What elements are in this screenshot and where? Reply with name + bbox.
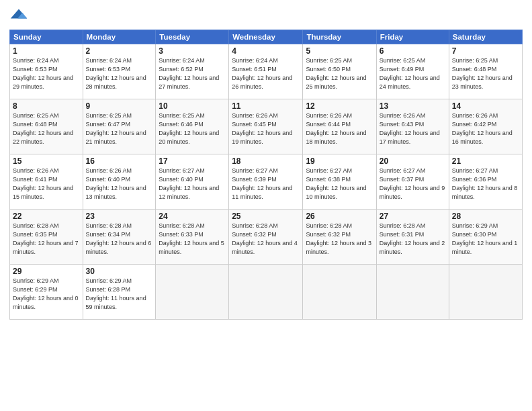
day-number: 24	[159, 212, 226, 221]
day-number: 20	[380, 156, 446, 166]
day-info: Sunrise: 6:24 AM Sunset: 6:53 PM Dayligh…	[13, 56, 80, 91]
day-cell: 7Sunrise: 6:25 AM Sunset: 6:48 PM Daylig…	[449, 44, 522, 99]
day-info: Sunrise: 6:27 AM Sunset: 6:38 PM Dayligh…	[306, 167, 373, 201]
day-cell: 22Sunrise: 6:28 AM Sunset: 6:35 PM Dayli…	[10, 210, 83, 265]
day-cell: 25Sunrise: 6:28 AM Sunset: 6:32 PM Dayli…	[229, 210, 303, 265]
day-cell: 21Sunrise: 6:27 AM Sunset: 6:36 PM Dayli…	[449, 154, 522, 210]
day-cell: 10Sunrise: 6:25 AM Sunset: 6:46 PM Dayli…	[156, 99, 229, 154]
day-info: Sunrise: 6:28 AM Sunset: 6:35 PM Dayligh…	[13, 222, 80, 257]
day-number: 14	[452, 101, 519, 111]
calendar-table: SundayMondayTuesdayWednesdayThursdayFrid…	[9, 30, 523, 320]
day-cell	[303, 265, 376, 320]
day-info: Sunrise: 6:26 AM Sunset: 6:43 PM Dayligh…	[380, 111, 446, 146]
day-number: 21	[452, 156, 519, 166]
week-row-1: 1Sunrise: 6:24 AM Sunset: 6:53 PM Daylig…	[10, 44, 523, 99]
page: SundayMondayTuesdayWednesdayThursdayFrid…	[0, 0, 532, 411]
day-info: Sunrise: 6:28 AM Sunset: 6:34 PM Dayligh…	[86, 222, 153, 257]
day-info: Sunrise: 6:25 AM Sunset: 6:48 PM Dayligh…	[452, 56, 519, 91]
day-info: Sunrise: 6:29 AM Sunset: 6:29 PM Dayligh…	[13, 277, 80, 312]
day-info: Sunrise: 6:28 AM Sunset: 6:32 PM Dayligh…	[232, 222, 300, 257]
day-info: Sunrise: 6:28 AM Sunset: 6:32 PM Dayligh…	[306, 222, 373, 257]
day-cell: 19Sunrise: 6:27 AM Sunset: 6:38 PM Dayli…	[303, 154, 376, 210]
day-number: 25	[232, 212, 300, 221]
day-info: Sunrise: 6:24 AM Sunset: 6:51 PM Dayligh…	[232, 56, 300, 91]
day-info: Sunrise: 6:25 AM Sunset: 6:50 PM Dayligh…	[306, 56, 373, 91]
day-number: 4	[232, 46, 300, 56]
day-cell: 1Sunrise: 6:24 AM Sunset: 6:53 PM Daylig…	[10, 44, 83, 99]
day-cell: 9Sunrise: 6:25 AM Sunset: 6:47 PM Daylig…	[83, 99, 156, 154]
day-info: Sunrise: 6:25 AM Sunset: 6:48 PM Dayligh…	[13, 111, 80, 146]
day-number: 11	[232, 101, 300, 111]
day-number: 26	[306, 212, 373, 221]
weekday-monday: Monday	[83, 30, 156, 44]
day-number: 16	[86, 156, 153, 166]
weekday-friday: Friday	[376, 30, 449, 44]
day-cell: 11Sunrise: 6:26 AM Sunset: 6:45 PM Dayli…	[229, 99, 303, 154]
day-cell	[449, 265, 522, 320]
day-cell: 6Sunrise: 6:25 AM Sunset: 6:49 PM Daylig…	[376, 44, 449, 99]
day-cell: 2Sunrise: 6:24 AM Sunset: 6:53 PM Daylig…	[83, 44, 156, 99]
day-number: 18	[232, 156, 300, 166]
day-cell: 13Sunrise: 6:26 AM Sunset: 6:43 PM Dayli…	[376, 99, 449, 154]
day-info: Sunrise: 6:28 AM Sunset: 6:33 PM Dayligh…	[159, 222, 226, 257]
day-info: Sunrise: 6:27 AM Sunset: 6:39 PM Dayligh…	[232, 167, 300, 201]
day-cell: 28Sunrise: 6:29 AM Sunset: 6:30 PM Dayli…	[449, 210, 522, 265]
day-info: Sunrise: 6:25 AM Sunset: 6:46 PM Dayligh…	[159, 111, 226, 146]
day-number: 28	[452, 212, 519, 221]
day-info: Sunrise: 6:29 AM Sunset: 6:28 PM Dayligh…	[86, 277, 153, 312]
day-number: 13	[380, 101, 446, 111]
day-cell: 26Sunrise: 6:28 AM Sunset: 6:32 PM Dayli…	[303, 210, 376, 265]
day-number: 23	[86, 212, 153, 221]
weekday-header-row: SundayMondayTuesdayWednesdayThursdayFrid…	[10, 30, 523, 44]
day-cell: 18Sunrise: 6:27 AM Sunset: 6:39 PM Dayli…	[229, 154, 303, 210]
day-number: 8	[13, 101, 80, 111]
day-info: Sunrise: 6:24 AM Sunset: 6:53 PM Dayligh…	[86, 56, 153, 91]
day-number: 9	[86, 101, 153, 111]
day-cell: 16Sunrise: 6:26 AM Sunset: 6:40 PM Dayli…	[83, 154, 156, 210]
day-info: Sunrise: 6:25 AM Sunset: 6:47 PM Dayligh…	[86, 111, 153, 146]
day-number: 12	[306, 101, 373, 111]
day-number: 22	[13, 212, 80, 221]
day-number: 1	[13, 46, 80, 56]
weekday-thursday: Thursday	[303, 30, 376, 44]
day-number: 17	[159, 156, 226, 166]
day-cell: 23Sunrise: 6:28 AM Sunset: 6:34 PM Dayli…	[83, 210, 156, 265]
day-info: Sunrise: 6:24 AM Sunset: 6:52 PM Dayligh…	[159, 56, 226, 91]
day-info: Sunrise: 6:26 AM Sunset: 6:41 PM Dayligh…	[13, 167, 80, 201]
day-cell: 20Sunrise: 6:27 AM Sunset: 6:37 PM Dayli…	[376, 154, 449, 210]
day-number: 29	[13, 267, 80, 276]
day-cell	[229, 265, 303, 320]
day-cell: 12Sunrise: 6:26 AM Sunset: 6:44 PM Dayli…	[303, 99, 376, 154]
weekday-sunday: Sunday	[10, 30, 83, 44]
day-number: 27	[380, 212, 446, 221]
day-cell: 3Sunrise: 6:24 AM Sunset: 6:52 PM Daylig…	[156, 44, 229, 99]
day-cell: 17Sunrise: 6:27 AM Sunset: 6:40 PM Dayli…	[156, 154, 229, 210]
day-info: Sunrise: 6:26 AM Sunset: 6:40 PM Dayligh…	[86, 167, 153, 201]
day-cell: 27Sunrise: 6:28 AM Sunset: 6:31 PM Dayli…	[376, 210, 449, 265]
day-number: 15	[13, 156, 80, 166]
weekday-saturday: Saturday	[449, 30, 522, 44]
weekday-tuesday: Tuesday	[156, 30, 229, 44]
day-cell	[376, 265, 449, 320]
header	[9, 7, 523, 26]
weekday-wednesday: Wednesday	[229, 30, 303, 44]
day-info: Sunrise: 6:25 AM Sunset: 6:49 PM Dayligh…	[380, 56, 446, 91]
day-number: 2	[86, 46, 153, 56]
day-cell: 24Sunrise: 6:28 AM Sunset: 6:33 PM Dayli…	[156, 210, 229, 265]
day-number: 5	[306, 46, 373, 56]
day-info: Sunrise: 6:29 AM Sunset: 6:30 PM Dayligh…	[452, 222, 519, 257]
day-info: Sunrise: 6:27 AM Sunset: 6:37 PM Dayligh…	[380, 167, 446, 201]
logo	[9, 7, 31, 26]
day-cell: 15Sunrise: 6:26 AM Sunset: 6:41 PM Dayli…	[10, 154, 83, 210]
day-number: 3	[159, 46, 226, 56]
day-info: Sunrise: 6:26 AM Sunset: 6:42 PM Dayligh…	[452, 111, 519, 146]
day-info: Sunrise: 6:26 AM Sunset: 6:45 PM Dayligh…	[232, 111, 300, 146]
day-info: Sunrise: 6:28 AM Sunset: 6:31 PM Dayligh…	[380, 222, 446, 257]
day-cell: 4Sunrise: 6:24 AM Sunset: 6:51 PM Daylig…	[229, 44, 303, 99]
day-info: Sunrise: 6:27 AM Sunset: 6:40 PM Dayligh…	[159, 167, 226, 201]
day-cell: 5Sunrise: 6:25 AM Sunset: 6:50 PM Daylig…	[303, 44, 376, 99]
week-row-3: 15Sunrise: 6:26 AM Sunset: 6:41 PM Dayli…	[10, 154, 523, 210]
day-cell: 29Sunrise: 6:29 AM Sunset: 6:29 PM Dayli…	[10, 265, 83, 320]
day-number: 7	[452, 46, 519, 56]
day-cell: 30Sunrise: 6:29 AM Sunset: 6:28 PM Dayli…	[83, 265, 156, 320]
